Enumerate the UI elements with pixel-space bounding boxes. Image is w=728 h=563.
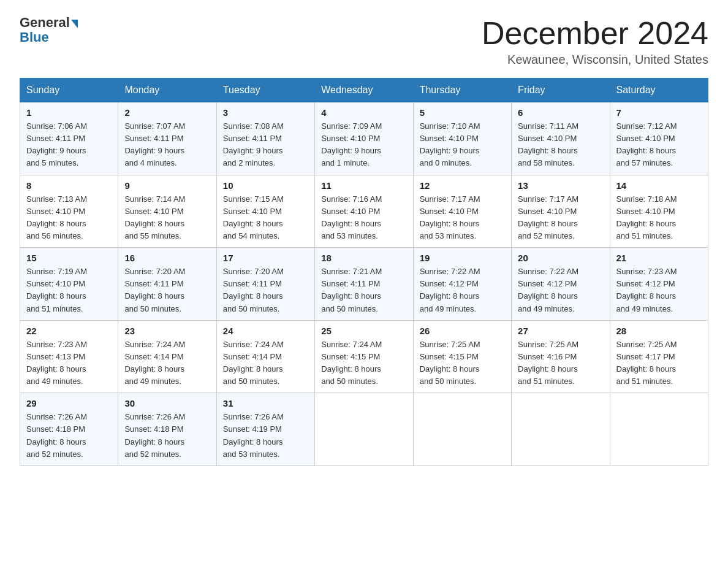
- calendar-day-cell: 24 Sunrise: 7:24 AMSunset: 4:14 PMDaylig…: [216, 320, 314, 393]
- weekday-header-friday: Friday: [512, 79, 610, 102]
- logo: General Blue: [20, 15, 79, 45]
- day-number: 2: [124, 107, 210, 118]
- calendar-day-cell: [413, 393, 511, 466]
- weekday-header-monday: Monday: [118, 79, 216, 102]
- day-info: Sunrise: 7:18 AMSunset: 4:10 PMDaylight:…: [616, 194, 677, 240]
- day-number: 10: [223, 180, 308, 191]
- day-number: 18: [321, 253, 406, 263]
- day-number: 24: [223, 326, 308, 336]
- calendar-day-cell: 12 Sunrise: 7:17 AMSunset: 4:10 PMDaylig…: [413, 175, 511, 248]
- calendar-day-cell: 5 Sunrise: 7:10 AMSunset: 4:10 PMDayligh…: [413, 102, 511, 175]
- calendar-day-cell: 23 Sunrise: 7:24 AMSunset: 4:14 PMDaylig…: [118, 320, 216, 393]
- day-number: 3: [223, 107, 308, 118]
- calendar-day-cell: 4 Sunrise: 7:09 AMSunset: 4:10 PMDayligh…: [315, 102, 413, 175]
- day-number: 27: [518, 326, 603, 336]
- day-number: 29: [26, 398, 112, 408]
- day-number: 8: [26, 180, 112, 191]
- weekday-header-sunday: Sunday: [20, 79, 118, 102]
- day-info: Sunrise: 7:08 AMSunset: 4:11 PMDaylight:…: [223, 121, 284, 167]
- calendar-day-cell: 2 Sunrise: 7:07 AMSunset: 4:11 PMDayligh…: [118, 102, 216, 175]
- day-info: Sunrise: 7:24 AMSunset: 4:14 PMDaylight:…: [124, 340, 185, 386]
- calendar-day-cell: 13 Sunrise: 7:17 AMSunset: 4:10 PMDaylig…: [512, 175, 610, 248]
- day-number: 23: [124, 326, 210, 336]
- weekday-header-row: SundayMondayTuesdayWednesdayThursdayFrid…: [20, 79, 708, 102]
- day-number: 12: [420, 180, 505, 191]
- day-number: 25: [321, 326, 406, 336]
- calendar-day-cell: 26 Sunrise: 7:25 AMSunset: 4:15 PMDaylig…: [413, 320, 511, 393]
- calendar-day-cell: 25 Sunrise: 7:24 AMSunset: 4:15 PMDaylig…: [315, 320, 413, 393]
- day-number: 11: [321, 180, 406, 191]
- weekday-header-tuesday: Tuesday: [216, 79, 314, 102]
- day-info: Sunrise: 7:24 AMSunset: 4:15 PMDaylight:…: [321, 340, 382, 386]
- day-number: 9: [124, 180, 210, 191]
- day-number: 21: [616, 253, 702, 263]
- day-info: Sunrise: 7:20 AMSunset: 4:11 PMDaylight:…: [223, 267, 284, 313]
- calendar-day-cell: 19 Sunrise: 7:22 AMSunset: 4:12 PMDaylig…: [413, 248, 511, 321]
- title-area: December 2024 Kewaunee, Wisconsin, Unite…: [482, 15, 708, 67]
- day-info: Sunrise: 7:17 AMSunset: 4:10 PMDaylight:…: [518, 194, 578, 240]
- day-info: Sunrise: 7:06 AMSunset: 4:11 PMDaylight:…: [26, 121, 87, 167]
- calendar-day-cell: 7 Sunrise: 7:12 AMSunset: 4:10 PMDayligh…: [610, 102, 708, 175]
- calendar-day-cell: 11 Sunrise: 7:16 AMSunset: 4:10 PMDaylig…: [315, 175, 413, 248]
- day-info: Sunrise: 7:10 AMSunset: 4:10 PMDaylight:…: [420, 121, 480, 167]
- day-info: Sunrise: 7:14 AMSunset: 4:10 PMDaylight:…: [124, 194, 185, 240]
- calendar-day-cell: 10 Sunrise: 7:15 AMSunset: 4:10 PMDaylig…: [216, 175, 314, 248]
- calendar-day-cell: 6 Sunrise: 7:11 AMSunset: 4:10 PMDayligh…: [512, 102, 610, 175]
- day-number: 5: [420, 107, 505, 118]
- page-header: General Blue December 2024 Kewaunee, Wis…: [20, 15, 708, 67]
- logo-arrow-icon: [71, 20, 78, 28]
- day-number: 30: [124, 398, 210, 408]
- calendar-day-cell: 14 Sunrise: 7:18 AMSunset: 4:10 PMDaylig…: [610, 175, 708, 248]
- day-number: 17: [223, 253, 308, 263]
- day-info: Sunrise: 7:23 AMSunset: 4:13 PMDaylight:…: [26, 340, 87, 386]
- calendar-week-row: 15 Sunrise: 7:19 AMSunset: 4:10 PMDaylig…: [20, 248, 708, 321]
- day-number: 28: [616, 326, 702, 336]
- day-info: Sunrise: 7:12 AMSunset: 4:10 PMDaylight:…: [616, 121, 677, 167]
- logo-general-text: General: [20, 15, 70, 31]
- calendar-day-cell: 30 Sunrise: 7:26 AMSunset: 4:18 PMDaylig…: [118, 393, 216, 466]
- day-info: Sunrise: 7:11 AMSunset: 4:10 PMDaylight:…: [518, 121, 578, 167]
- calendar-week-row: 1 Sunrise: 7:06 AMSunset: 4:11 PMDayligh…: [20, 102, 708, 175]
- calendar-day-cell: [315, 393, 413, 466]
- location-title: Kewaunee, Wisconsin, United States: [482, 53, 708, 67]
- day-number: 31: [223, 398, 308, 408]
- day-info: Sunrise: 7:20 AMSunset: 4:11 PMDaylight:…: [124, 267, 185, 313]
- calendar-day-cell: 15 Sunrise: 7:19 AMSunset: 4:10 PMDaylig…: [20, 248, 118, 321]
- calendar-day-cell: 22 Sunrise: 7:23 AMSunset: 4:13 PMDaylig…: [20, 320, 118, 393]
- day-number: 14: [616, 180, 702, 191]
- calendar-day-cell: 28 Sunrise: 7:25 AMSunset: 4:17 PMDaylig…: [610, 320, 708, 393]
- weekday-header-thursday: Thursday: [413, 79, 511, 102]
- calendar-day-cell: 29 Sunrise: 7:26 AMSunset: 4:18 PMDaylig…: [20, 393, 118, 466]
- day-info: Sunrise: 7:07 AMSunset: 4:11 PMDaylight:…: [124, 121, 185, 167]
- calendar-table: SundayMondayTuesdayWednesdayThursdayFrid…: [20, 78, 708, 466]
- calendar-day-cell: 1 Sunrise: 7:06 AMSunset: 4:11 PMDayligh…: [20, 102, 118, 175]
- month-title: December 2024: [482, 15, 708, 52]
- calendar-week-row: 22 Sunrise: 7:23 AMSunset: 4:13 PMDaylig…: [20, 320, 708, 393]
- day-number: 7: [616, 107, 702, 118]
- calendar-week-row: 29 Sunrise: 7:26 AMSunset: 4:18 PMDaylig…: [20, 393, 708, 466]
- day-info: Sunrise: 7:15 AMSunset: 4:10 PMDaylight:…: [223, 194, 284, 240]
- calendar-day-cell: 27 Sunrise: 7:25 AMSunset: 4:16 PMDaylig…: [512, 320, 610, 393]
- day-number: 16: [124, 253, 210, 263]
- day-number: 20: [518, 253, 603, 263]
- day-number: 6: [518, 107, 603, 118]
- calendar-day-cell: 20 Sunrise: 7:22 AMSunset: 4:12 PMDaylig…: [512, 248, 610, 321]
- calendar-day-cell: [610, 393, 708, 466]
- day-info: Sunrise: 7:13 AMSunset: 4:10 PMDaylight:…: [26, 194, 87, 240]
- day-number: 13: [518, 180, 603, 191]
- calendar-week-row: 8 Sunrise: 7:13 AMSunset: 4:10 PMDayligh…: [20, 175, 708, 248]
- day-number: 1: [26, 107, 112, 118]
- calendar-day-cell: [512, 393, 610, 466]
- day-info: Sunrise: 7:19 AMSunset: 4:10 PMDaylight:…: [26, 267, 87, 313]
- calendar-day-cell: 3 Sunrise: 7:08 AMSunset: 4:11 PMDayligh…: [216, 102, 314, 175]
- logo-blue-text: Blue: [20, 29, 49, 45]
- day-info: Sunrise: 7:24 AMSunset: 4:14 PMDaylight:…: [223, 340, 284, 386]
- day-info: Sunrise: 7:22 AMSunset: 4:12 PMDaylight:…: [420, 267, 480, 313]
- calendar-day-cell: 16 Sunrise: 7:20 AMSunset: 4:11 PMDaylig…: [118, 248, 216, 321]
- calendar-day-cell: 9 Sunrise: 7:14 AMSunset: 4:10 PMDayligh…: [118, 175, 216, 248]
- calendar-day-cell: 21 Sunrise: 7:23 AMSunset: 4:12 PMDaylig…: [610, 248, 708, 321]
- day-info: Sunrise: 7:25 AMSunset: 4:15 PMDaylight:…: [420, 340, 480, 386]
- weekday-header-saturday: Saturday: [610, 79, 708, 102]
- day-info: Sunrise: 7:16 AMSunset: 4:10 PMDaylight:…: [321, 194, 382, 240]
- day-info: Sunrise: 7:26 AMSunset: 4:18 PMDaylight:…: [26, 412, 87, 458]
